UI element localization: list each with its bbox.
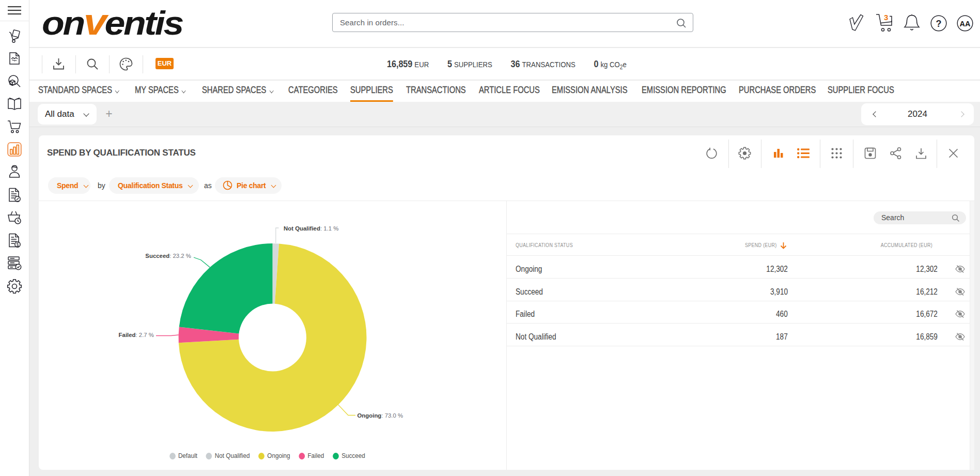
svg-text:Failed: 2.7 %: Failed: 2.7 % [119, 332, 154, 338]
svg-text:AA: AA [960, 20, 971, 28]
svg-text:Not Qualified: 1.1 %: Not Qualified: 1.1 % [284, 225, 338, 232]
svg-text:Ongoing: 73.0 %: Ongoing: 73.0 % [357, 412, 403, 419]
svg-text:3: 3 [884, 13, 888, 22]
svg-text:Succeed: 23.2 %: Succeed: 23.2 % [145, 253, 191, 259]
svg-text:?: ? [936, 19, 942, 29]
